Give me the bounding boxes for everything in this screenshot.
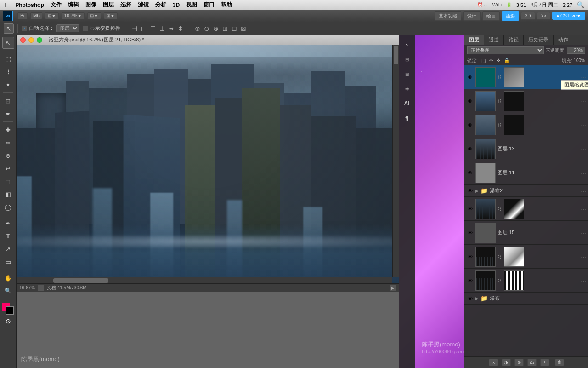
distribute-left[interactable]: ⊕ [195,25,200,32]
mini-tool-heal[interactable]: ✚ [401,83,413,95]
mini-tool-ai[interactable]: Ai [401,98,413,109]
lock-transparent-btn[interactable]: ⬚ [481,58,486,63]
background-color[interactable] [6,306,14,315]
group-2-expand[interactable]: ▶ [475,189,479,193]
marquee-tool[interactable]: ⬚ [2,53,14,65]
layer-black1-visibility[interactable]: 👁 [466,253,474,260]
eraser-tool[interactable]: ◻ [2,175,14,187]
auto-select-checkbox[interactable]: ✓ [22,26,27,31]
canvas-vscrollbar[interactable] [392,45,399,277]
layer-item-20[interactable]: 👁 ⛓ ··· [464,89,588,113]
path-select-tool[interactable]: ↗ [2,243,14,255]
menu-help[interactable]: 帮助 [221,1,232,9]
layer-item-black2[interactable]: 👁 ⛓ ··· [464,269,588,293]
menu-select[interactable]: 选择 [120,1,131,9]
layer-15-visibility[interactable]: 👁 [466,229,474,236]
align-top-left[interactable]: ⊣ [132,25,137,32]
distribute-v[interactable]: ⊞ [222,25,228,32]
stamp-tool[interactable]: ⊕ [2,150,14,161]
tab-layers[interactable]: 图层 [464,35,484,45]
layer-item-black1[interactable]: 👁 ⛓ ··· [464,245,588,269]
group-2-visibility[interactable]: 👁 [466,187,474,195]
menu-filter[interactable]: 滤镜 [138,1,149,9]
ws-cslive[interactable]: ● CS Live▼ [552,12,585,20]
ws-design[interactable]: 设计 [463,12,481,21]
layer-19-more[interactable]: ··· [581,121,586,129]
layer-select-dropdown[interactable]: 图层 组 [56,24,79,32]
lock-paint-btn[interactable]: ✏ [489,58,493,63]
menu-edit[interactable]: 编辑 [68,1,79,9]
group-1-visibility[interactable]: 👁 [466,295,474,302]
type-tool[interactable]: T [2,230,14,242]
ws-3d[interactable]: 3D [521,12,535,20]
distribute-center[interactable]: ⊖ [204,25,209,32]
tab-actions[interactable]: 动作 [554,35,573,45]
brush-tool[interactable]: ✏ [2,137,14,149]
quick-mask-mode[interactable]: ⊙ [6,317,11,325]
screen-mode-btn[interactable]: ⊟▼ [87,12,101,19]
gradient-tool[interactable]: ◧ [2,188,14,200]
bridge-btn[interactable]: Br [17,12,28,19]
layer-item-15[interactable]: 👁 图层 15 ··· [464,221,588,245]
spotlight-icon[interactable]: 🔍 [577,1,584,8]
menu-file[interactable]: 文件 [51,1,62,9]
layer-mask-btn[interactable]: ◑ [502,359,511,366]
view-mode-btn[interactable]: ⊞▼ [45,12,59,19]
layer-20-more[interactable]: ··· [581,98,586,105]
layer-13-more[interactable]: ··· [581,145,586,153]
crop-tool[interactable]: ⊡ [2,95,14,107]
align-top[interactable]: ⊤ [150,25,156,32]
maximize-button[interactable] [37,37,42,43]
layer-black1-more[interactable]: ··· [581,253,586,260]
layer-item-19[interactable]: 👁 ⛓ ··· [464,113,588,137]
document-canvas[interactable] [17,45,399,283]
minimize-button[interactable] [28,37,34,43]
layer-black2-visibility[interactable]: 👁 [466,277,474,284]
layer-item-21[interactable]: 👁 ⛓ ··· 图层缩览图 [464,65,588,89]
layer-11-visibility[interactable]: 👁 [466,169,474,177]
layer-21-visibility[interactable]: 👁 [466,74,474,81]
ws-photo[interactable]: 摄影 [502,12,519,21]
new-group-btn[interactable]: 🗂 [527,359,537,366]
extras-btn[interactable]: ⊞▼ [104,12,118,19]
lock-move-btn[interactable]: ✛ [497,58,500,63]
layer-item-city[interactable]: 👁 ⛓ ··· [464,197,588,221]
group-2-more[interactable]: ··· [581,187,586,195]
group-item-1[interactable]: 👁 ▶ 📁 瀑布 ··· [464,293,588,305]
align-left[interactable]: ⬌ [169,25,174,32]
distribute-right[interactable]: ⊗ [213,25,219,32]
show-transform-checkbox[interactable] [83,26,88,31]
move-tool[interactable]: ↖ [2,37,14,49]
layer-21-more[interactable]: ··· [581,74,586,81]
adjustment-layer-btn[interactable]: ⊕ [514,359,524,366]
zoom-tool[interactable]: 🔍 [2,285,14,297]
dodge-tool[interactable]: ◯ [2,201,14,213]
lasso-tool[interactable]: ⌇ [2,66,14,78]
opacity-value[interactable]: 20% [567,47,585,54]
group-1-expand[interactable]: ▶ [475,296,479,301]
arrange-icon[interactable]: ⊠ [241,25,246,32]
tab-history[interactable]: 历史记录 [524,35,554,45]
layer-13-visibility[interactable]: 👁 [466,145,474,153]
ws-paint[interactable]: 绘画 [482,12,500,21]
layer-11-more[interactable]: ··· [581,169,586,177]
ws-more[interactable]: >> [537,12,551,20]
heal-tool[interactable]: ✚ [2,124,14,136]
tab-paths[interactable]: 路径 [504,35,524,45]
mini-tool-para[interactable]: ¶ [401,112,413,124]
history-brush-tool[interactable]: ↩ [2,162,14,174]
shape-tool[interactable]: ▭ [2,256,14,268]
move-tool-active[interactable]: ↖ [4,23,14,34]
status-more-btn[interactable]: ▶ [390,285,396,291]
hand-tool[interactable]: ✋ [2,272,14,284]
menu-3d[interactable]: 3D [173,2,180,8]
app-name[interactable]: Photoshop [15,2,44,8]
delete-layer-btn[interactable]: 🗑 [555,359,564,366]
navigator-mini[interactable]: □ [38,285,44,291]
align-bottom[interactable]: ⊥ [159,25,165,32]
tab-channels[interactable]: 通道 [484,35,504,45]
canvas-hscrollbar[interactable] [17,277,392,283]
layer-black2-more[interactable]: ··· [581,277,586,284]
distribute-h[interactable]: ⊟ [232,25,237,32]
close-button[interactable] [20,37,26,43]
